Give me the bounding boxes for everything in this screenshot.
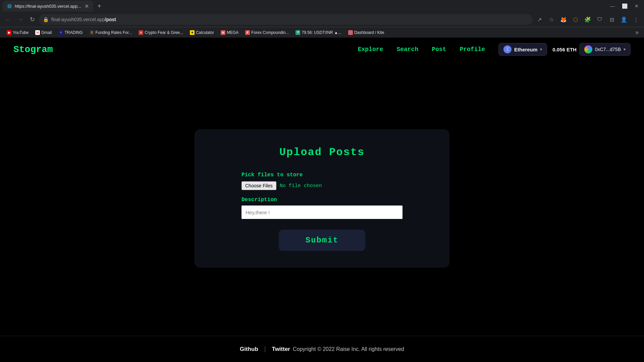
- bookmark-trading-label: TRADING: [65, 30, 83, 35]
- footer-divider: |: [264, 346, 266, 353]
- active-tab[interactable]: 🌐 https://final-ayush035.vercel.app... ✕: [3, 1, 93, 11]
- eth-network-badge[interactable]: Ξ Ethereum ▾: [498, 43, 547, 56]
- calculator-favicon: ◆: [190, 30, 195, 35]
- app-footer: Github | Twitter Copyright © 2022 Raise …: [0, 336, 644, 362]
- bookmark-kite[interactable]: 🌐 Dashboard / Kite: [345, 29, 387, 37]
- kite-favicon: 🌐: [348, 30, 353, 35]
- bookmark-usdt[interactable]: ₮ 79.56: USDT/INR ▲...: [293, 29, 344, 37]
- nav-profile[interactable]: Profile: [460, 46, 485, 53]
- reload-button[interactable]: ↻: [27, 14, 38, 25]
- main-content: Upload Posts Pick files to store Choose …: [0, 61, 644, 336]
- description-input[interactable]: [241, 206, 402, 219]
- app-navbar: Stogram Explore Search Post Profile Ξ Et…: [0, 38, 644, 61]
- forex-favicon: ✗: [245, 30, 250, 35]
- address-bar[interactable]: 🔒 final-ayush035.vercel.app/post: [39, 14, 533, 25]
- bookmarks-more-button[interactable]: »: [634, 29, 640, 36]
- crypto-fear-favicon: A: [139, 30, 143, 35]
- bookmark-youtube-label: YouTube: [13, 30, 29, 35]
- wallet-chevron-icon: ▾: [624, 47, 626, 52]
- bookmark-funding[interactable]: ₿ Funding Rates For...: [87, 29, 135, 37]
- bookmark-star-icon[interactable]: ☆: [546, 14, 557, 25]
- bookmark-gmail[interactable]: M Gmail: [33, 29, 54, 37]
- metamask-icon[interactable]: ⬡: [570, 14, 581, 25]
- eth-network-label: Ethereum: [514, 47, 537, 52]
- nav-search[interactable]: Search: [396, 46, 418, 53]
- github-link[interactable]: Github: [240, 346, 258, 353]
- wallet-badge[interactable]: 0xC7...d75B ▾: [579, 43, 631, 56]
- upload-title: Upload Posts: [279, 146, 365, 159]
- upload-card: Upload Posts Pick files to store Choose …: [195, 129, 449, 268]
- choose-files-button[interactable]: Choose Files: [241, 181, 276, 190]
- browser-toolbar-icons: ↗ ☆ 🦊 ⬡ 🧩 🛡 ⊟ 👤 ⋮: [534, 14, 641, 25]
- url-domain: final-ayush035.vercel.app: [51, 17, 105, 22]
- browser-title-bar: 🌐 https://final-ayush035.vercel.app... ✕…: [0, 0, 644, 12]
- description-label: Description: [241, 197, 402, 203]
- extensions-puzzle-icon[interactable]: 🧩: [582, 14, 593, 25]
- bookmark-funding-label: Funding Rates For...: [96, 30, 132, 35]
- tab-favicon: 🌐: [7, 3, 12, 9]
- split-view-icon[interactable]: ⊟: [606, 14, 617, 25]
- twitter-link[interactable]: Twitter: [272, 346, 290, 353]
- gmail-favicon: M: [35, 30, 40, 35]
- new-tab-button[interactable]: +: [95, 1, 104, 11]
- nav-post[interactable]: Post: [432, 46, 446, 53]
- url-path: /post: [105, 17, 116, 22]
- mega-favicon: M: [221, 30, 225, 35]
- more-options-icon[interactable]: ⋮: [631, 14, 641, 25]
- bookmark-calculator[interactable]: ◆ Calculator: [187, 29, 217, 37]
- share-icon[interactable]: ↗: [534, 14, 545, 25]
- bookmark-kite-label: Dashboard / Kite: [354, 30, 384, 35]
- profile-avatar-icon[interactable]: 👤: [619, 14, 629, 25]
- app-logo: Stogram: [13, 44, 53, 55]
- bookmark-gmail-label: Gmail: [41, 30, 52, 35]
- bookmark-crypto-fear-label: Crypto Fear & Gree...: [145, 30, 183, 35]
- file-input-row: Choose Files No file chosen: [241, 181, 402, 190]
- bookmark-forex[interactable]: ✗ Forex Compoundin...: [243, 29, 291, 37]
- minimize-button[interactable]: —: [608, 1, 617, 11]
- funding-favicon: ₿: [90, 30, 94, 35]
- maximize-button[interactable]: ⬜: [620, 1, 629, 11]
- bookmark-usdt-label: 79.56: USDT/INR ▲...: [302, 30, 341, 35]
- trading-favicon: t: [59, 30, 63, 35]
- bookmark-forex-label: Forex Compoundin...: [251, 30, 289, 35]
- back-button[interactable]: ←: [3, 14, 13, 25]
- browser-chrome: 🌐 https://final-ayush035.vercel.app... ✕…: [0, 0, 644, 38]
- bookmark-crypto-fear[interactable]: A Crypto Fear & Gree...: [136, 29, 186, 37]
- ethereum-icon: Ξ: [503, 45, 512, 53]
- footer-copyright: Copyright © 2022 Raise Inc. All rights r…: [293, 346, 404, 352]
- eth-amount: 0.056 ETH: [552, 47, 577, 52]
- wallet-address: 0xC7...d75B: [595, 47, 621, 52]
- tab-title: https://final-ayush035.vercel.app...: [15, 4, 81, 9]
- close-window-button[interactable]: ✕: [632, 1, 641, 11]
- usdt-favicon: ₮: [296, 30, 300, 35]
- bookmark-trading[interactable]: t TRADING: [56, 29, 86, 37]
- browser-nav-bar: ← → ↻ 🔒 final-ayush035.vercel.app/post ↗…: [0, 12, 644, 27]
- bookmark-calculator-label: Calculator: [196, 30, 214, 35]
- bookmarks-bar: ▶ YouTube M Gmail t TRADING ₿ Funding Ra…: [0, 27, 644, 38]
- no-file-chosen-text: No file chosen: [280, 183, 322, 189]
- app-wrapper: Stogram Explore Search Post Profile Ξ Et…: [0, 38, 644, 362]
- bitwarden-icon[interactable]: 🛡: [594, 14, 605, 25]
- submit-button[interactable]: Submit: [279, 230, 365, 251]
- extension-fox-icon[interactable]: 🦊: [558, 14, 569, 25]
- tab-close-button[interactable]: ✕: [84, 3, 89, 9]
- bookmark-mega[interactable]: M MEGA: [218, 29, 241, 37]
- wallet-avatar-icon: [584, 45, 592, 53]
- form-section: Pick files to store Choose Files No file…: [241, 172, 402, 219]
- nav-links: Explore Search Post Profile: [358, 46, 485, 53]
- bookmark-mega-label: MEGA: [227, 30, 238, 35]
- security-lock-icon: 🔒: [43, 17, 49, 22]
- nav-explore[interactable]: Explore: [358, 46, 383, 53]
- bookmark-youtube[interactable]: ▶ YouTube: [4, 29, 31, 37]
- tab-bar: 🌐 https://final-ayush035.vercel.app... ✕…: [3, 1, 605, 11]
- youtube-favicon: ▶: [7, 30, 11, 35]
- pick-files-label: Pick files to store: [241, 172, 402, 178]
- eth-chevron-icon: ▾: [540, 47, 542, 52]
- window-controls: — ⬜ ✕: [608, 1, 641, 11]
- url-text: final-ayush035.vercel.app/post: [51, 17, 529, 22]
- forward-button[interactable]: →: [15, 14, 25, 25]
